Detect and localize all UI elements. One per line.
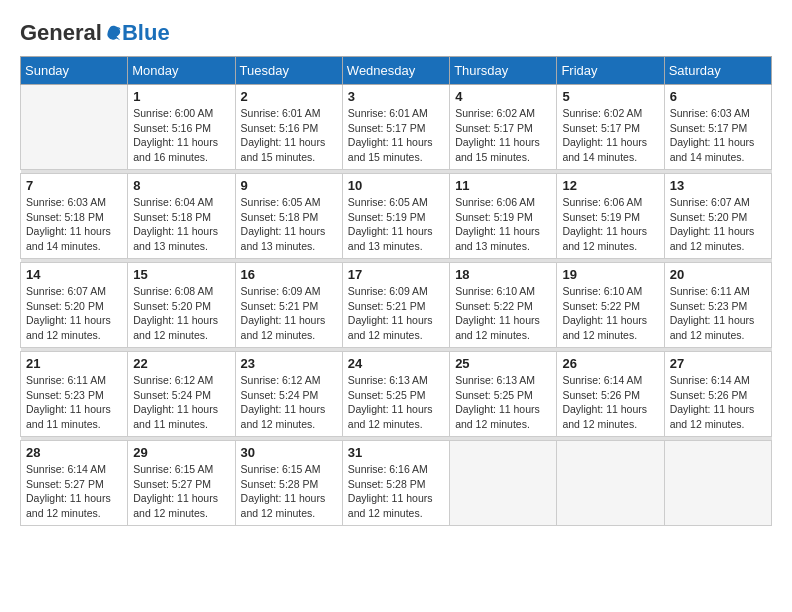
calendar-cell: 7Sunrise: 6:03 AMSunset: 5:18 PMDaylight… bbox=[21, 174, 128, 259]
logo: General Blue bbox=[20, 20, 170, 46]
week-row-5: 28Sunrise: 6:14 AMSunset: 5:27 PMDayligh… bbox=[21, 441, 772, 526]
day-number: 4 bbox=[455, 89, 551, 104]
day-info: Sunrise: 6:12 AMSunset: 5:24 PMDaylight:… bbox=[133, 373, 229, 432]
calendar-cell: 3Sunrise: 6:01 AMSunset: 5:17 PMDaylight… bbox=[342, 85, 449, 170]
day-info: Sunrise: 6:14 AMSunset: 5:26 PMDaylight:… bbox=[562, 373, 658, 432]
day-info: Sunrise: 6:15 AMSunset: 5:28 PMDaylight:… bbox=[241, 462, 337, 521]
day-number: 12 bbox=[562, 178, 658, 193]
day-number: 27 bbox=[670, 356, 766, 371]
calendar-cell: 20Sunrise: 6:11 AMSunset: 5:23 PMDayligh… bbox=[664, 263, 771, 348]
day-number: 23 bbox=[241, 356, 337, 371]
calendar-cell: 12Sunrise: 6:06 AMSunset: 5:19 PMDayligh… bbox=[557, 174, 664, 259]
calendar-cell: 17Sunrise: 6:09 AMSunset: 5:21 PMDayligh… bbox=[342, 263, 449, 348]
weekday-header-row: SundayMondayTuesdayWednesdayThursdayFrid… bbox=[21, 57, 772, 85]
day-info: Sunrise: 6:04 AMSunset: 5:18 PMDaylight:… bbox=[133, 195, 229, 254]
day-info: Sunrise: 6:11 AMSunset: 5:23 PMDaylight:… bbox=[26, 373, 122, 432]
day-number: 22 bbox=[133, 356, 229, 371]
day-info: Sunrise: 6:07 AMSunset: 5:20 PMDaylight:… bbox=[26, 284, 122, 343]
calendar-cell: 10Sunrise: 6:05 AMSunset: 5:19 PMDayligh… bbox=[342, 174, 449, 259]
calendar-cell: 26Sunrise: 6:14 AMSunset: 5:26 PMDayligh… bbox=[557, 352, 664, 437]
day-number: 9 bbox=[241, 178, 337, 193]
calendar-cell: 14Sunrise: 6:07 AMSunset: 5:20 PMDayligh… bbox=[21, 263, 128, 348]
day-info: Sunrise: 6:12 AMSunset: 5:24 PMDaylight:… bbox=[241, 373, 337, 432]
day-info: Sunrise: 6:09 AMSunset: 5:21 PMDaylight:… bbox=[241, 284, 337, 343]
day-number: 3 bbox=[348, 89, 444, 104]
day-info: Sunrise: 6:13 AMSunset: 5:25 PMDaylight:… bbox=[455, 373, 551, 432]
logo-blue-text: Blue bbox=[122, 20, 170, 46]
day-info: Sunrise: 6:16 AMSunset: 5:28 PMDaylight:… bbox=[348, 462, 444, 521]
day-number: 29 bbox=[133, 445, 229, 460]
calendar-cell: 27Sunrise: 6:14 AMSunset: 5:26 PMDayligh… bbox=[664, 352, 771, 437]
day-number: 2 bbox=[241, 89, 337, 104]
calendar-cell: 25Sunrise: 6:13 AMSunset: 5:25 PMDayligh… bbox=[450, 352, 557, 437]
day-info: Sunrise: 6:10 AMSunset: 5:22 PMDaylight:… bbox=[455, 284, 551, 343]
weekday-header-thursday: Thursday bbox=[450, 57, 557, 85]
calendar-cell bbox=[450, 441, 557, 526]
calendar-cell: 31Sunrise: 6:16 AMSunset: 5:28 PMDayligh… bbox=[342, 441, 449, 526]
day-info: Sunrise: 6:15 AMSunset: 5:27 PMDaylight:… bbox=[133, 462, 229, 521]
calendar-cell: 28Sunrise: 6:14 AMSunset: 5:27 PMDayligh… bbox=[21, 441, 128, 526]
day-number: 6 bbox=[670, 89, 766, 104]
calendar-cell: 19Sunrise: 6:10 AMSunset: 5:22 PMDayligh… bbox=[557, 263, 664, 348]
weekday-header-monday: Monday bbox=[128, 57, 235, 85]
day-info: Sunrise: 6:08 AMSunset: 5:20 PMDaylight:… bbox=[133, 284, 229, 343]
day-number: 26 bbox=[562, 356, 658, 371]
day-number: 5 bbox=[562, 89, 658, 104]
weekday-header-saturday: Saturday bbox=[664, 57, 771, 85]
weekday-header-wednesday: Wednesday bbox=[342, 57, 449, 85]
day-number: 1 bbox=[133, 89, 229, 104]
calendar-cell: 5Sunrise: 6:02 AMSunset: 5:17 PMDaylight… bbox=[557, 85, 664, 170]
day-info: Sunrise: 6:10 AMSunset: 5:22 PMDaylight:… bbox=[562, 284, 658, 343]
day-info: Sunrise: 6:13 AMSunset: 5:25 PMDaylight:… bbox=[348, 373, 444, 432]
weekday-header-sunday: Sunday bbox=[21, 57, 128, 85]
week-row-4: 21Sunrise: 6:11 AMSunset: 5:23 PMDayligh… bbox=[21, 352, 772, 437]
day-number: 30 bbox=[241, 445, 337, 460]
page-header: General Blue bbox=[20, 20, 772, 46]
calendar-cell: 2Sunrise: 6:01 AMSunset: 5:16 PMDaylight… bbox=[235, 85, 342, 170]
calendar-cell: 15Sunrise: 6:08 AMSunset: 5:20 PMDayligh… bbox=[128, 263, 235, 348]
day-info: Sunrise: 6:01 AMSunset: 5:16 PMDaylight:… bbox=[241, 106, 337, 165]
day-number: 18 bbox=[455, 267, 551, 282]
logo-bird-icon bbox=[104, 24, 122, 42]
calendar-cell: 22Sunrise: 6:12 AMSunset: 5:24 PMDayligh… bbox=[128, 352, 235, 437]
day-number: 20 bbox=[670, 267, 766, 282]
calendar-cell: 29Sunrise: 6:15 AMSunset: 5:27 PMDayligh… bbox=[128, 441, 235, 526]
day-number: 10 bbox=[348, 178, 444, 193]
day-info: Sunrise: 6:07 AMSunset: 5:20 PMDaylight:… bbox=[670, 195, 766, 254]
day-number: 19 bbox=[562, 267, 658, 282]
calendar-cell: 21Sunrise: 6:11 AMSunset: 5:23 PMDayligh… bbox=[21, 352, 128, 437]
day-number: 16 bbox=[241, 267, 337, 282]
calendar-cell: 11Sunrise: 6:06 AMSunset: 5:19 PMDayligh… bbox=[450, 174, 557, 259]
day-info: Sunrise: 6:14 AMSunset: 5:27 PMDaylight:… bbox=[26, 462, 122, 521]
calendar-cell: 30Sunrise: 6:15 AMSunset: 5:28 PMDayligh… bbox=[235, 441, 342, 526]
calendar-cell: 18Sunrise: 6:10 AMSunset: 5:22 PMDayligh… bbox=[450, 263, 557, 348]
day-info: Sunrise: 6:06 AMSunset: 5:19 PMDaylight:… bbox=[455, 195, 551, 254]
day-number: 13 bbox=[670, 178, 766, 193]
weekday-header-friday: Friday bbox=[557, 57, 664, 85]
day-info: Sunrise: 6:05 AMSunset: 5:19 PMDaylight:… bbox=[348, 195, 444, 254]
day-info: Sunrise: 6:03 AMSunset: 5:17 PMDaylight:… bbox=[670, 106, 766, 165]
week-row-2: 7Sunrise: 6:03 AMSunset: 5:18 PMDaylight… bbox=[21, 174, 772, 259]
day-number: 15 bbox=[133, 267, 229, 282]
day-info: Sunrise: 6:11 AMSunset: 5:23 PMDaylight:… bbox=[670, 284, 766, 343]
week-row-3: 14Sunrise: 6:07 AMSunset: 5:20 PMDayligh… bbox=[21, 263, 772, 348]
day-number: 8 bbox=[133, 178, 229, 193]
week-row-1: 1Sunrise: 6:00 AMSunset: 5:16 PMDaylight… bbox=[21, 85, 772, 170]
calendar-table: SundayMondayTuesdayWednesdayThursdayFrid… bbox=[20, 56, 772, 526]
day-number: 31 bbox=[348, 445, 444, 460]
calendar-cell: 23Sunrise: 6:12 AMSunset: 5:24 PMDayligh… bbox=[235, 352, 342, 437]
day-info: Sunrise: 6:03 AMSunset: 5:18 PMDaylight:… bbox=[26, 195, 122, 254]
day-info: Sunrise: 6:09 AMSunset: 5:21 PMDaylight:… bbox=[348, 284, 444, 343]
day-info: Sunrise: 6:14 AMSunset: 5:26 PMDaylight:… bbox=[670, 373, 766, 432]
day-number: 24 bbox=[348, 356, 444, 371]
calendar-cell bbox=[557, 441, 664, 526]
calendar-cell: 6Sunrise: 6:03 AMSunset: 5:17 PMDaylight… bbox=[664, 85, 771, 170]
calendar-cell: 16Sunrise: 6:09 AMSunset: 5:21 PMDayligh… bbox=[235, 263, 342, 348]
day-info: Sunrise: 6:05 AMSunset: 5:18 PMDaylight:… bbox=[241, 195, 337, 254]
day-info: Sunrise: 6:01 AMSunset: 5:17 PMDaylight:… bbox=[348, 106, 444, 165]
logo-general-text: General bbox=[20, 20, 102, 46]
day-number: 14 bbox=[26, 267, 122, 282]
calendar-cell bbox=[21, 85, 128, 170]
day-number: 25 bbox=[455, 356, 551, 371]
calendar-cell: 1Sunrise: 6:00 AMSunset: 5:16 PMDaylight… bbox=[128, 85, 235, 170]
